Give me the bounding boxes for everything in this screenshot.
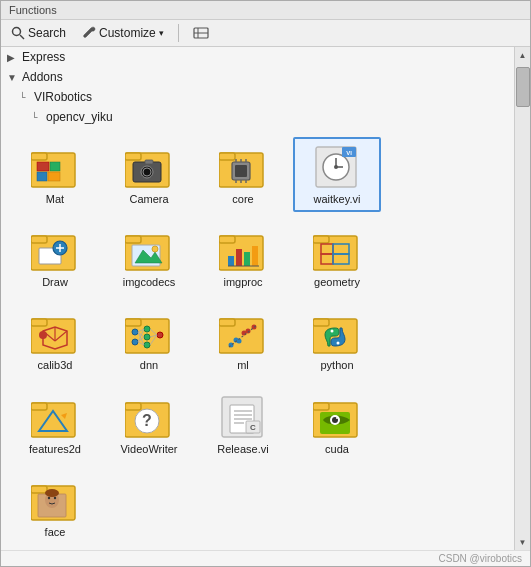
svg-rect-9: [37, 172, 47, 181]
customize-dropdown-arrow: ▾: [159, 28, 164, 38]
svg-text:VI: VI: [346, 150, 352, 156]
grid-item-camera[interactable]: Camera: [105, 137, 193, 212]
grid-item-imgproc[interactable]: imgproc: [199, 220, 287, 295]
camera-label: Camera: [129, 193, 168, 206]
functions-window: Functions Search Customize ▾: [0, 0, 531, 567]
svg-rect-96: [31, 403, 47, 410]
svg-rect-48: [236, 249, 242, 266]
grid-item-mat[interactable]: Mat: [11, 137, 99, 212]
draw-icon: [31, 226, 79, 274]
imgcodecs-label: imgcodecs: [123, 276, 176, 289]
features2d-label: features2d: [29, 443, 81, 456]
toolbar: Search Customize ▾: [1, 20, 530, 47]
grid-item-dnn[interactable]: dnn: [105, 303, 193, 378]
svg-point-69: [144, 326, 150, 332]
svg-rect-49: [244, 252, 250, 266]
release-icon: C: [219, 393, 267, 441]
icon-grid: Mat: [11, 133, 504, 549]
search-button[interactable]: Search: [7, 24, 70, 42]
tree-item-opencv[interactable]: └ opencv_yiku: [1, 107, 514, 127]
grid-item-features2d[interactable]: features2d: [11, 387, 99, 462]
scroll-thumb[interactable]: [516, 67, 530, 107]
svg-rect-16: [145, 160, 153, 164]
grid-item-videowriter[interactable]: ? VideoWriter: [105, 387, 193, 462]
watermark-text: CSDN @virobotics: [438, 553, 522, 564]
cuda-label: cuda: [325, 443, 349, 456]
features2d-icon: [31, 393, 79, 441]
svg-point-68: [132, 339, 138, 345]
python-label: python: [320, 359, 353, 372]
grid-item-calib3d[interactable]: calib3d: [11, 303, 99, 378]
ml-icon: [219, 309, 267, 357]
svg-line-1: [20, 35, 24, 39]
camera-icon: [125, 143, 173, 191]
title-bar: Functions: [1, 1, 530, 20]
geometry-icon: [313, 226, 361, 274]
addons-arrow: ▼: [7, 72, 19, 83]
python-icon: [313, 309, 361, 357]
release-label: Release.vi: [217, 443, 268, 456]
grid-item-cuda[interactable]: cuda: [293, 387, 381, 462]
grid-item-python[interactable]: python: [293, 303, 381, 378]
geometry-label: geometry: [314, 276, 360, 289]
calib3d-label: calib3d: [38, 359, 73, 372]
tree-item-express[interactable]: ▶ Express: [1, 47, 514, 67]
svg-point-124: [45, 489, 59, 497]
wrench-icon: [82, 26, 96, 40]
grid-item-ml[interactable]: ml: [199, 303, 287, 378]
core-icon: [219, 143, 267, 191]
waitkey-icon: VI: [313, 143, 361, 191]
svg-rect-46: [219, 236, 235, 243]
cuda-icon: [313, 393, 361, 441]
scroll-track: [515, 63, 530, 534]
virobotics-label: VIRobotics: [34, 90, 92, 104]
face-icon: [31, 476, 79, 524]
grid-item-draw[interactable]: Draw: [11, 220, 99, 295]
svg-rect-83: [219, 319, 235, 326]
tree-item-virobotics[interactable]: └ VIRobotics: [1, 87, 514, 107]
grid-item-face[interactable]: face: [11, 470, 99, 545]
scroll-up-button[interactable]: ▲: [515, 47, 531, 63]
opencv-arrow: └: [31, 112, 43, 122]
svg-point-94: [337, 342, 340, 345]
main-area: ▶ Express ▼ Addons └ VIRobotics └ opencv…: [1, 47, 530, 550]
watermark: CSDN @virobotics: [1, 550, 530, 566]
draw-label: Draw: [42, 276, 68, 289]
grid-item-imgcodecs[interactable]: imgcodecs: [105, 220, 193, 295]
grid-item-geometry[interactable]: geometry: [293, 220, 381, 295]
mat-icon: [31, 143, 79, 191]
svg-rect-66: [125, 319, 141, 326]
express-label: Express: [22, 50, 65, 64]
svg-rect-53: [313, 236, 329, 243]
pin-button[interactable]: [189, 24, 213, 42]
waitkey-label: waitkey.vi: [314, 193, 361, 206]
grid-item-release[interactable]: C Release.vi: [199, 387, 287, 462]
mat-label: Mat: [46, 193, 64, 206]
grid-item-waitkey[interactable]: VI waitkey.vi: [293, 137, 381, 212]
search-label: Search: [28, 26, 66, 40]
svg-text:?: ?: [142, 412, 152, 429]
customize-button[interactable]: Customize ▾: [78, 24, 168, 42]
scroll-down-button[interactable]: ▼: [515, 534, 531, 550]
svg-rect-18: [219, 153, 235, 160]
tree-panel: ▶ Express ▼ Addons └ VIRobotics └ opencv…: [1, 47, 514, 550]
imgproc-icon: [219, 226, 267, 274]
svg-point-71: [144, 342, 150, 348]
express-arrow: ▶: [7, 52, 19, 63]
svg-point-88: [246, 329, 251, 334]
svg-rect-41: [125, 236, 141, 243]
svg-text:C: C: [250, 423, 256, 432]
calib3d-icon: [31, 309, 79, 357]
imgcodecs-icon: [125, 226, 173, 274]
scrollbar-vertical[interactable]: ▲ ▼: [514, 47, 530, 550]
dnn-label: dnn: [140, 359, 158, 372]
grid-item-core[interactable]: core: [199, 137, 287, 212]
svg-point-70: [144, 334, 150, 340]
ml-label: ml: [237, 359, 249, 372]
svg-point-72: [157, 332, 163, 338]
imgproc-label: imgproc: [223, 276, 262, 289]
svg-point-93: [331, 330, 334, 333]
tree-item-addons[interactable]: ▼ Addons: [1, 67, 514, 87]
toolbar-separator: [178, 24, 179, 42]
opencv-label: opencv_yiku: [46, 110, 113, 124]
